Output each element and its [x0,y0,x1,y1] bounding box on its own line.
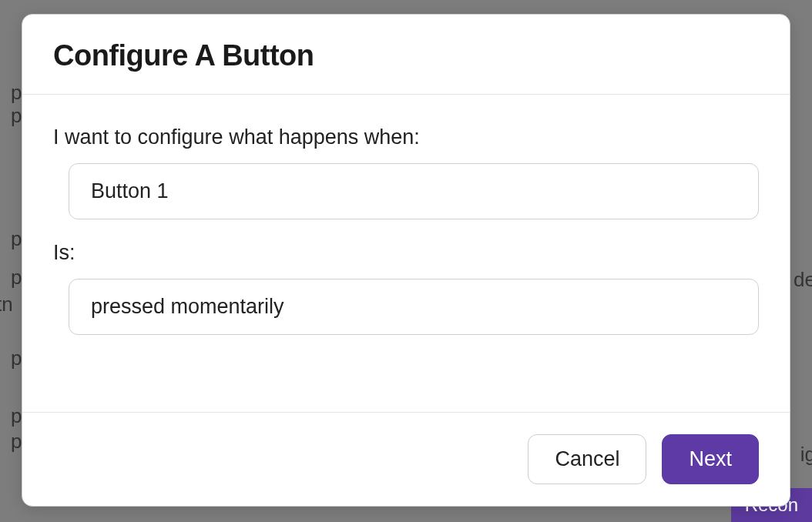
background-text-fragment: de [794,268,812,292]
modal-title: Configure A Button [53,39,759,72]
background-text-fragment: p [11,104,22,128]
modal-footer: Cancel Next [22,412,790,506]
modal-header: Configure A Button [22,15,790,95]
action-select-label: Is: [53,241,759,265]
next-button[interactable]: Next [662,434,759,484]
configure-button-modal: Configure A Button I want to configure w… [22,14,790,507]
cancel-button[interactable]: Cancel [528,434,646,484]
modal-body: I want to configure what happens when: B… [22,95,790,412]
action-select[interactable]: pressed momentarily [69,279,759,335]
button-select[interactable]: Button 1 [69,163,759,219]
background-text-fragment: p [11,227,22,251]
background-text-fragment: ig [800,443,812,467]
background-text-fragment: p [11,346,22,370]
background-text-fragment: p [11,266,22,289]
background-text-fragment: p [11,404,22,428]
background-text-fragment: tn [0,293,13,316]
background-text-fragment: p [11,430,22,453]
button-select-label: I want to configure what happens when: [53,125,759,149]
background-text-fragment: p [11,81,22,105]
